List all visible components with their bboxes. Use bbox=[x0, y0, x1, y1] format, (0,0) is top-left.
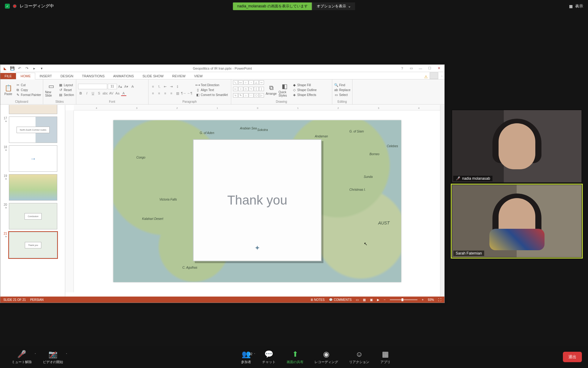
shape-rbrace-icon[interactable]: } bbox=[259, 87, 264, 91]
decrease-font-icon[interactable]: A▾ bbox=[124, 84, 129, 89]
video-tile-2[interactable]: Sarah Fatemian bbox=[452, 185, 582, 258]
shape-star-icon[interactable]: ☆ bbox=[238, 87, 243, 91]
shape-rect-icon[interactable]: ▭ bbox=[238, 80, 243, 85]
video-options-caret-icon[interactable]: ˄ bbox=[66, 353, 67, 356]
arrange-button[interactable]: ⧉Arrange bbox=[265, 80, 277, 99]
share-screen-button[interactable]: ⬆ 画面の共有 bbox=[281, 350, 309, 364]
align-text-button[interactable]: ▯Align Text bbox=[196, 88, 228, 92]
view-options-button[interactable]: オプションを表示 ⌄ bbox=[312, 2, 355, 10]
slide-thumb-partial[interactable] bbox=[9, 105, 57, 114]
shape-fill-button[interactable]: ◆Shape Fill bbox=[292, 83, 317, 87]
shape-freeform-icon[interactable]: ✎ bbox=[238, 93, 243, 98]
tab-file[interactable]: FILE bbox=[0, 73, 16, 79]
close-icon[interactable]: ✕ bbox=[435, 66, 443, 71]
text-direction-button[interactable]: ⟷Text Direction bbox=[196, 83, 228, 87]
help-icon[interactable]: ? bbox=[398, 66, 406, 71]
text-direction-ltr-button[interactable]: ¶→ bbox=[181, 90, 187, 96]
section-button[interactable]: ▤Section bbox=[58, 93, 74, 97]
leave-button[interactable]: 退出 bbox=[563, 352, 582, 362]
layout-button[interactable]: ▦Layout bbox=[58, 83, 74, 87]
find-button[interactable]: 🔍Find bbox=[334, 83, 351, 87]
shape-triangle-icon[interactable]: △ bbox=[254, 80, 259, 85]
start-video-button[interactable]: 📷 ビデオの開始 ˄ bbox=[37, 350, 69, 364]
ribbon-options-icon[interactable]: ▭ bbox=[407, 66, 416, 71]
cut-button[interactable]: ✂Cut bbox=[16, 83, 41, 87]
quick-styles-button[interactable]: ◧Quick Styles bbox=[279, 80, 291, 99]
slide-canvas[interactable]: Arabian Sea G. of Aden Sokotra G. of Sia… bbox=[113, 120, 401, 282]
shape-oval-icon[interactable]: ○ bbox=[243, 80, 248, 85]
tab-view[interactable]: VIEW bbox=[190, 73, 207, 79]
tab-review[interactable]: REVIEW bbox=[168, 73, 190, 79]
change-case-button[interactable]: Aa bbox=[115, 90, 120, 96]
chat-button[interactable]: 💬 チャット bbox=[257, 350, 281, 364]
warning-icon[interactable]: ⚠ bbox=[422, 75, 430, 79]
thank-you-card[interactable]: Thank you ✦ bbox=[193, 139, 322, 261]
encryption-shield-icon[interactable]: ✓ bbox=[5, 4, 10, 9]
font-color-button[interactable]: A bbox=[121, 90, 126, 96]
shapes-gallery[interactable]: ＼ ▭ ○ → △ ⇨ ⇦ ☆ ◇ ⤳ { } ∿ ✎ ⌂ ⋯ ⬡ bbox=[233, 80, 264, 99]
tab-design[interactable]: DESIGN bbox=[56, 73, 77, 79]
slide-thumb-19[interactable]: 19★ bbox=[2, 174, 63, 201]
slide-thumb-17[interactable]: 17★ North-South Corridor routes bbox=[2, 117, 63, 143]
line-spacing-button[interactable]: ‡ bbox=[175, 84, 180, 89]
shape-effects-button[interactable]: ◈Shape Effects bbox=[292, 93, 317, 97]
shape-hex-icon[interactable]: ⬡ bbox=[254, 93, 259, 98]
shape-diamond-icon[interactable]: ◇ bbox=[243, 87, 248, 91]
shape-callout-icon[interactable]: ⌂ bbox=[243, 93, 248, 98]
new-slide-button[interactable]: ▭ New Slide bbox=[45, 80, 57, 99]
shape-larrow-icon[interactable]: ⇦ bbox=[233, 87, 238, 91]
columns-button[interactable]: ▥ bbox=[175, 90, 180, 96]
account-avatar[interactable] bbox=[430, 72, 438, 79]
text-direction-rtl-button[interactable]: ←¶ bbox=[187, 90, 193, 96]
zoom-out-button[interactable]: − bbox=[384, 298, 386, 301]
increase-indent-button[interactable]: ⇥ bbox=[169, 84, 174, 89]
shape-line-icon[interactable]: ＼ bbox=[233, 80, 238, 85]
redo-icon[interactable]: ↷ bbox=[24, 66, 30, 71]
thumbnail-pane[interactable]: 17★ North-South Corridor routes 18★ → 19… bbox=[0, 105, 65, 297]
convert-smartart-button[interactable]: ◧Convert to SmartArt bbox=[196, 93, 228, 97]
shape-lbrace-icon[interactable]: { bbox=[254, 87, 259, 91]
slide-thumb-18[interactable]: 18★ → bbox=[2, 145, 63, 172]
shape-arrow-icon[interactable]: → bbox=[249, 80, 254, 85]
participants-caret-icon[interactable]: ˄ bbox=[254, 353, 255, 356]
align-left-button[interactable]: ≡ bbox=[150, 90, 156, 96]
shape-outline-button[interactable]: ◇Shape Outline bbox=[292, 88, 317, 92]
vertical-scrollbar[interactable] bbox=[440, 105, 444, 297]
minimize-icon[interactable]: — bbox=[416, 66, 425, 71]
tab-insert[interactable]: INSERT bbox=[35, 73, 56, 79]
maximize-icon[interactable]: ☐ bbox=[425, 66, 434, 71]
align-right-button[interactable]: ≡ bbox=[163, 90, 168, 96]
start-from-beginning-icon[interactable]: ▸ bbox=[32, 66, 37, 71]
font-size-combo[interactable]: 11 bbox=[108, 84, 117, 89]
decrease-indent-button[interactable]: ⇤ bbox=[163, 84, 168, 89]
replace-button[interactable]: abReplace bbox=[334, 88, 351, 92]
participants-button[interactable]: 👥 参加者 32 ˄ bbox=[236, 350, 257, 364]
shape-action-icon[interactable]: ▷ bbox=[259, 93, 264, 98]
normal-view-button[interactable]: ▭ bbox=[356, 298, 359, 301]
increase-font-icon[interactable]: A▴ bbox=[118, 84, 123, 89]
shadow-button[interactable]: abc bbox=[103, 90, 108, 96]
numbering-button[interactable]: ⒈ bbox=[156, 84, 162, 89]
comments-button[interactable]: 💬COMMENTS bbox=[329, 298, 352, 301]
unmute-button[interactable]: 🎤 ミュート解除 ˄ bbox=[6, 350, 37, 364]
shape-more-icon[interactable]: ⋯ bbox=[249, 93, 254, 98]
bold-button[interactable]: B bbox=[78, 90, 84, 96]
zoom-percent[interactable]: 93% bbox=[428, 298, 434, 301]
reactions-button[interactable]: ☺ リアクション bbox=[344, 350, 375, 364]
format-painter-button[interactable]: ✎Format Painter bbox=[16, 93, 41, 97]
tab-slideshow[interactable]: SLIDE SHOW bbox=[138, 73, 168, 79]
collapse-ribbon-icon[interactable]: ˇ bbox=[439, 75, 444, 79]
tab-home[interactable]: HOME bbox=[16, 73, 35, 79]
slide-editor-area[interactable]: 4 3 2 1 0 1 2 3 4 Arabian Sea G. of Aden bbox=[65, 105, 444, 297]
language-indicator[interactable]: PERSIAN bbox=[30, 298, 43, 301]
apps-button[interactable]: ▦ アプリ bbox=[375, 350, 396, 364]
bullets-button[interactable]: ≡ bbox=[150, 84, 156, 89]
slide-sorter-button[interactable]: ▦ bbox=[363, 298, 366, 301]
underline-button[interactable]: U bbox=[90, 90, 96, 96]
select-button[interactable]: ▭Select bbox=[334, 93, 351, 97]
copy-button[interactable]: ⧉Copy bbox=[16, 88, 41, 92]
fit-to-window-button[interactable]: ⛶ bbox=[438, 298, 441, 301]
reading-view-button[interactable]: ▣ bbox=[370, 298, 373, 301]
qat-dropdown-icon[interactable]: ▾ bbox=[39, 66, 44, 71]
clear-formatting-icon[interactable]: A̶ bbox=[130, 84, 135, 89]
